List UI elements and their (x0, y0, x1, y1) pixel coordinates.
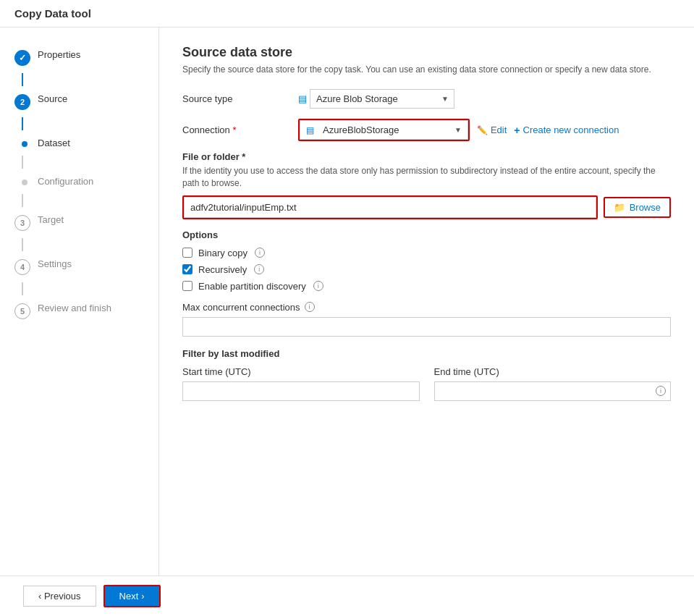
sidebar-connector-6 (22, 282, 23, 295)
source-type-row: Source type ▤ Azure Blob Storage ▼ (182, 89, 671, 109)
binary-copy-row: Binary copy i (182, 248, 671, 258)
sidebar-item-configuration[interactable]: Configuration (0, 169, 158, 194)
start-time-label: Start time (UTC) (182, 366, 420, 377)
binary-copy-checkbox[interactable] (182, 248, 192, 258)
file-folder-input[interactable] (184, 197, 596, 218)
max-connections-section: Max concurrent connections i (182, 302, 671, 337)
max-connections-info-icon[interactable]: i (305, 302, 315, 312)
enable-partition-info-icon[interactable]: i (313, 281, 323, 291)
connection-select[interactable]: AzureBlobStorage (317, 121, 454, 139)
page-title: Source data store (182, 45, 671, 60)
sidebar: ✓ Properties 2 Source Dataset (0, 28, 159, 575)
step-circle-review: 5 (14, 303, 30, 319)
sidebar-item-dataset[interactable]: Dataset (0, 130, 158, 156)
chevron-left-icon: ‹ (38, 591, 44, 602)
sidebar-label-dataset: Dataset (38, 138, 70, 148)
sidebar-connector-5 (22, 238, 23, 251)
filter-section: Filter by last modified Start time (UTC)… (182, 348, 671, 401)
connection-chevron-icon: ▼ (454, 126, 462, 134)
file-folder-section: File or folder * If the identity you use… (182, 151, 671, 219)
start-time-input-wrapper (182, 381, 420, 401)
page-description: Specify the source data store for the co… (182, 64, 671, 75)
app-title: Copy Data tool (0, 0, 694, 28)
recursively-row: Recursively i (182, 264, 671, 275)
step-circle-target: 3 (14, 215, 30, 231)
sidebar-item-source[interactable]: 2 Source (0, 86, 158, 117)
sidebar-connector-2 (22, 117, 23, 130)
edit-icon: ✏️ (477, 125, 488, 135)
content-area: Source data store Specify the source dat… (159, 28, 694, 575)
source-type-label: Source type (182, 93, 298, 104)
connection-wrapper: ▤ AzureBlobStorage ▼ ✏️ Edit + Crea (298, 119, 619, 141)
max-connections-input[interactable] (182, 317, 671, 337)
next-button[interactable]: Next › (105, 586, 159, 606)
sidebar-item-properties[interactable]: ✓ Properties (0, 42, 158, 73)
storage-icon: ▤ (298, 93, 307, 104)
source-type-select-wrapper: ▤ Azure Blob Storage ▼ (298, 89, 454, 109)
file-folder-desc: If the identity you use to access the da… (182, 165, 671, 190)
sidebar-item-target[interactable]: 3 Target (0, 207, 158, 238)
connection-label: Connection * (182, 125, 298, 135)
sidebar-label-settings: Settings (38, 258, 72, 269)
file-folder-row: 📁 Browse (182, 195, 671, 219)
connection-row: Connection * ▤ AzureBlobStorage ▼ (182, 119, 671, 141)
filter-row: Start time (UTC) End time (UTC) i (182, 366, 671, 401)
end-time-info-icon[interactable]: i (656, 386, 666, 396)
end-time-col: End time (UTC) i (434, 366, 672, 401)
filter-title: Filter by last modified (182, 348, 671, 359)
bottom-bar: ‹ Previous Next › (0, 575, 694, 616)
options-title: Options (182, 229, 671, 240)
sidebar-label-source: Source (38, 93, 67, 104)
file-folder-label: File or folder * (182, 151, 671, 162)
sidebar-connector-4 (22, 194, 23, 207)
sidebar-label-target: Target (38, 214, 64, 225)
connection-select-outer: ▤ AzureBlobStorage ▼ (298, 119, 470, 141)
max-connections-label: Max concurrent connections i (182, 302, 671, 313)
previous-button[interactable]: ‹ Previous (23, 586, 96, 607)
enable-partition-checkbox[interactable] (182, 281, 192, 291)
browse-button[interactable]: 📁 Browse (605, 198, 669, 216)
sidebar-item-settings[interactable]: 4 Settings (0, 251, 158, 282)
step-circle-source: 2 (14, 94, 30, 110)
recursively-label: Recursively (198, 264, 247, 275)
options-section: Options Binary copy i Recursively i Enab… (182, 229, 671, 292)
sidebar-label-review: Review and finish (38, 303, 111, 313)
plus-icon: + (514, 125, 520, 136)
create-connection-button[interactable]: + Create new connection (514, 125, 619, 136)
end-time-input-wrapper: i (434, 381, 672, 401)
sidebar-connector-3 (22, 156, 23, 169)
end-time-label: End time (UTC) (434, 366, 672, 377)
sidebar-connector-1 (22, 73, 23, 86)
chevron-right-icon: › (141, 591, 144, 602)
source-type-select[interactable]: Azure Blob Storage (310, 89, 454, 109)
recursively-checkbox[interactable] (182, 264, 192, 274)
binary-copy-info-icon[interactable]: i (255, 248, 265, 258)
binary-copy-label: Binary copy (198, 248, 247, 258)
start-time-col: Start time (UTC) (182, 366, 420, 401)
next-btn-outer: Next › (103, 585, 161, 607)
sidebar-item-review[interactable]: 5 Review and finish (0, 295, 158, 326)
start-time-input[interactable] (183, 382, 419, 400)
folder-icon: 📁 (614, 202, 625, 213)
step-circle-properties: ✓ (14, 50, 30, 66)
browse-btn-outer: 📁 Browse (604, 197, 671, 218)
enable-partition-label: Enable partition discovery (198, 281, 306, 292)
file-input-outer (182, 195, 598, 219)
edit-button[interactable]: ✏️ Edit (477, 125, 507, 135)
recursively-info-icon[interactable]: i (254, 264, 264, 274)
connection-storage-icon: ▤ (306, 125, 314, 135)
step-circle-settings: 4 (14, 259, 30, 275)
end-time-input[interactable] (435, 382, 655, 400)
sidebar-label-configuration: Configuration (38, 176, 93, 187)
enable-partition-row: Enable partition discovery i (182, 281, 671, 292)
sidebar-label-properties: Properties (38, 49, 80, 60)
